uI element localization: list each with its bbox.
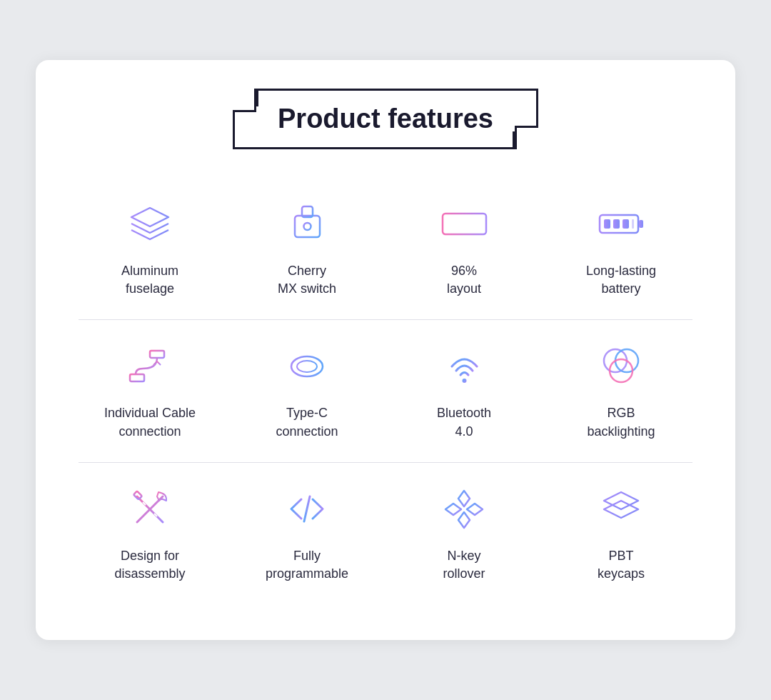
svg-marker-0 <box>131 208 168 226</box>
features-grid: Aluminumfuselage <box>71 178 700 604</box>
feature-nkey: N-keyrollover <box>386 463 543 604</box>
feature-programmable: Fullyprogrammable <box>228 463 386 604</box>
layers-icon <box>125 199 175 249</box>
svg-point-3 <box>303 223 311 230</box>
feature-battery: Long-lastingbattery <box>543 178 700 319</box>
feature-cable: Individual Cableconnection <box>71 320 228 461</box>
typec-icon <box>282 341 332 391</box>
svg-marker-55 <box>467 504 483 515</box>
keyboard-icon <box>439 199 489 249</box>
svg-point-40 <box>291 356 323 376</box>
code-icon <box>282 484 332 534</box>
cable-icon <box>125 341 175 391</box>
feature-disassembly: Design fordisassembly <box>71 463 228 604</box>
svg-rect-31 <box>613 219 620 229</box>
feature-label-bluetooth: Bluetooth4.0 <box>437 404 491 440</box>
bluetooth-icon <box>439 341 489 391</box>
feature-label-programmable: Fullyprogrammable <box>266 547 348 583</box>
feature-label-96: 96%layout <box>447 262 481 298</box>
feature-typec: Type-Cconnection <box>228 320 386 461</box>
title-box: Product features <box>233 89 538 149</box>
svg-rect-47 <box>133 491 142 499</box>
feature-label-typec: Type-Cconnection <box>276 404 338 440</box>
feature-pbt: PBTkeycaps <box>543 463 700 604</box>
feature-label-battery: Long-lastingbattery <box>586 262 656 298</box>
battery-icon <box>596 199 646 249</box>
feature-label-nkey: N-keyrollover <box>443 547 485 583</box>
page-title: Product features <box>278 104 493 134</box>
svg-marker-53 <box>458 512 470 528</box>
feature-label-disassembly: Design fordisassembly <box>114 547 185 583</box>
tools-icon <box>125 484 175 534</box>
svg-line-50 <box>154 514 157 516</box>
svg-marker-54 <box>445 504 461 515</box>
feature-bluetooth: Bluetooth4.0 <box>386 320 543 461</box>
svg-line-39 <box>157 361 161 365</box>
svg-rect-30 <box>604 219 610 229</box>
feature-aluminum-fuselage: Aluminumfuselage <box>71 178 228 319</box>
keycap-icon <box>596 484 646 534</box>
feature-label-rgb: RGBbacklighting <box>587 404 655 440</box>
switch-icon <box>282 199 332 249</box>
svg-point-41 <box>297 361 317 372</box>
rgb-icon <box>596 341 646 391</box>
svg-rect-33 <box>632 219 634 229</box>
diamond-icon <box>439 484 489 534</box>
title-wrapper: Product features <box>71 89 700 149</box>
feature-label-pbt: PBTkeycaps <box>598 547 645 583</box>
svg-point-42 <box>462 379 466 383</box>
svg-line-51 <box>304 496 310 521</box>
feature-cherry-mx: CherryMX switch <box>228 178 386 319</box>
feature-label-cable: Individual Cableconnection <box>104 404 196 440</box>
svg-rect-29 <box>639 220 643 228</box>
feature-96-layout: 96%layout <box>386 178 543 319</box>
svg-rect-32 <box>623 219 629 229</box>
svg-rect-1 <box>295 216 320 237</box>
svg-line-49 <box>143 502 146 505</box>
product-features-card: Product features <box>36 60 735 640</box>
feature-label-aluminum: Aluminumfuselage <box>121 262 178 298</box>
feature-rgb: RGBbacklighting <box>543 320 700 461</box>
svg-marker-52 <box>458 491 470 506</box>
feature-label-cherry: CherryMX switch <box>278 262 336 298</box>
